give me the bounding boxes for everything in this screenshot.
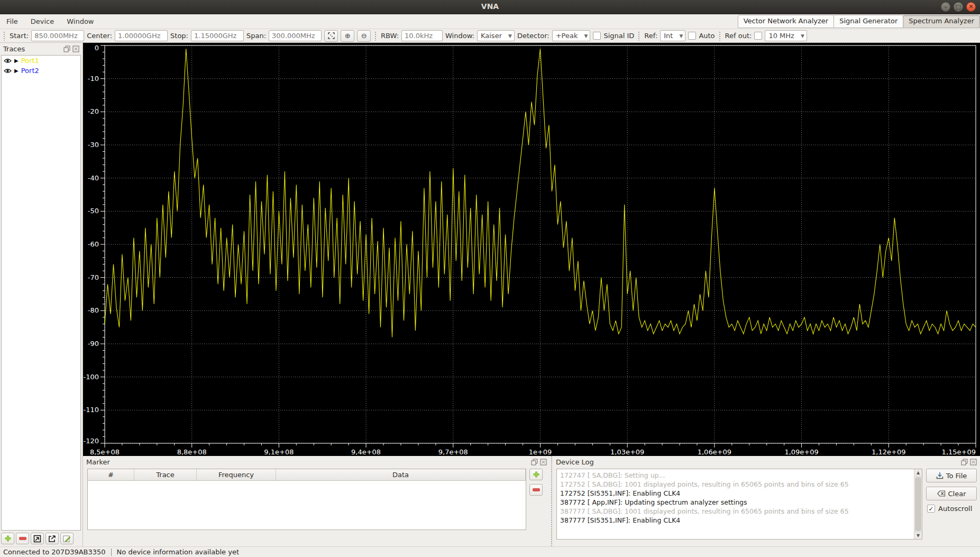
device-info-status: No device information available yet xyxy=(117,548,239,556)
close-panel-icon[interactable] xyxy=(540,459,547,465)
tab-vector-network-analyzer[interactable]: Vector Network Analyzer xyxy=(738,15,835,28)
add-trace-button[interactable] xyxy=(1,533,14,544)
title-bar: VNA – □ ✕ xyxy=(0,0,980,14)
eye-icon[interactable] xyxy=(4,68,12,74)
x-axis-tick-label: 1,12e+09 xyxy=(872,448,905,456)
log-entry: 172752 [SI5351,INF]: Enabling CLK4 xyxy=(560,489,912,498)
rbw-label: RBW: xyxy=(381,32,399,40)
window-label: Window: xyxy=(445,32,474,40)
minus-icon xyxy=(533,488,540,491)
log-clear-button[interactable]: Clear xyxy=(926,487,977,500)
x-axis-tick-label: 9,4e+08 xyxy=(351,448,381,456)
scrollbar-thumb[interactable] xyxy=(915,477,921,531)
ref-select-value: Int xyxy=(664,32,673,40)
detector-select[interactable]: +Peak ▼ xyxy=(552,30,591,41)
span-full-glyph xyxy=(328,32,335,39)
log-to-file-button[interactable]: To File xyxy=(926,469,977,482)
export-icon xyxy=(48,535,56,543)
window-select[interactable]: Kaiser ▼ xyxy=(477,30,515,41)
y-axis-tick-label: -10 xyxy=(88,75,99,83)
menu-item-window[interactable]: Window xyxy=(60,15,100,28)
traces-panel-title: Traces xyxy=(3,45,63,53)
close-panel-icon[interactable] xyxy=(72,45,79,52)
export-trace-button[interactable] xyxy=(45,533,59,544)
float-panel-icon[interactable] xyxy=(531,459,538,465)
edit-trace-button[interactable] xyxy=(60,533,74,544)
device-log-header[interactable]: Device Log xyxy=(553,456,980,468)
spectrum-plot[interactable]: 0-10-20-30-40-50-60-70-80-90-100-110-120… xyxy=(83,43,980,456)
device-log-title: Device Log xyxy=(556,458,961,466)
x-axis-tick-label: 8,8e+08 xyxy=(177,448,207,456)
pencil-icon xyxy=(63,535,71,543)
toolbar-drag-handle[interactable] xyxy=(638,31,640,41)
log-entry: 172747 [ SA,DBG]: Setting up... xyxy=(560,471,912,480)
import-trace-button[interactable] xyxy=(31,533,44,544)
zoom-out-icon[interactable]: ⊖ xyxy=(357,30,371,42)
remove-trace-button[interactable] xyxy=(16,533,29,544)
signal-id-checkbox[interactable] xyxy=(593,32,601,40)
ref-select[interactable]: Int ▼ xyxy=(660,30,685,41)
tab-signal-generator[interactable]: Signal Generator xyxy=(834,15,903,28)
plus-icon xyxy=(4,535,12,542)
marker-column-trace[interactable]: Trace xyxy=(134,469,197,480)
close-panel-icon[interactable] xyxy=(970,459,977,465)
y-axis-tick-label: -100 xyxy=(83,373,99,381)
marker-column-data[interactable]: Data xyxy=(276,469,526,480)
marker-column-frequency[interactable]: Frequency xyxy=(197,469,276,480)
y-axis-tick-label: -80 xyxy=(88,306,99,314)
ref-auto-checkbox[interactable] xyxy=(688,32,696,40)
status-bar: Connected to 207D39AB3350 No device info… xyxy=(0,546,980,557)
scroll-down-icon[interactable]: ▼ xyxy=(914,532,922,539)
ref-out-label: Ref out: xyxy=(725,32,752,40)
span-input[interactable]: 300.000MHz xyxy=(269,30,322,41)
float-panel-icon[interactable] xyxy=(961,459,968,465)
center-label: Center: xyxy=(87,32,112,40)
detector-select-value: +Peak xyxy=(556,32,578,40)
y-axis-tick-label: 0 xyxy=(95,44,99,52)
menu-item-device[interactable]: Device xyxy=(24,15,60,28)
add-marker-button[interactable] xyxy=(529,469,543,480)
minimize-icon[interactable]: – xyxy=(941,2,950,12)
marker-column-num[interactable]: # xyxy=(88,469,134,480)
eye-icon[interactable] xyxy=(4,58,12,63)
traces-panel-header[interactable]: Traces xyxy=(0,43,83,54)
close-icon[interactable]: ✕ xyxy=(966,2,976,12)
span-label: Span: xyxy=(246,32,266,40)
autoscroll-label: Autoscroll xyxy=(938,505,972,513)
y-axis-tick-label: -60 xyxy=(88,240,99,248)
tab-spectrum-analyzer[interactable]: Spectrum Analyzer xyxy=(903,15,980,28)
start-frequency-input[interactable]: 850.000MHz xyxy=(31,30,84,41)
zoom-in-icon[interactable]: ⊕ xyxy=(341,30,354,42)
traces-panel: Traces ▶Port1▶Port2 xyxy=(0,43,83,546)
x-axis-tick-label: 9,7e+08 xyxy=(438,448,468,456)
ref-out-freq-select[interactable]: 10 MHz ▼ xyxy=(765,30,807,41)
rbw-input[interactable]: 10.0kHz xyxy=(401,30,443,41)
marker-table[interactable]: #TraceFrequencyData xyxy=(87,469,526,530)
scroll-up-icon[interactable]: ▲ xyxy=(914,469,922,477)
menu-item-file[interactable]: File xyxy=(0,15,24,28)
float-panel-icon[interactable] xyxy=(63,45,70,52)
marker-panel-header[interactable]: Marker xyxy=(83,456,550,468)
stop-frequency-input[interactable]: 1.15000GHz xyxy=(191,30,244,41)
log-scrollbar[interactable]: ▲ ▼ xyxy=(914,469,922,539)
trace-item-port1[interactable]: ▶Port1 xyxy=(2,56,80,66)
autoscroll-checkbox[interactable]: ✓ xyxy=(927,505,935,513)
center-frequency-input[interactable]: 1.00000GHz xyxy=(115,30,168,41)
device-log-panel: Device Log 172747 [ SA,DBG]: Setting up.… xyxy=(553,456,980,546)
log-entry: 172752 [ SA,DBG]: 1001 displayed points,… xyxy=(560,480,912,489)
maximize-icon[interactable]: □ xyxy=(954,2,963,12)
device-log-list[interactable]: 172747 [ SA,DBG]: Setting up...172752 [ … xyxy=(556,469,922,540)
chevron-down-icon: ▼ xyxy=(584,33,588,39)
stop-label: Stop: xyxy=(170,32,188,40)
toolbar-drag-handle[interactable] xyxy=(719,31,721,41)
span-full-icon[interactable] xyxy=(324,30,338,42)
expander-triangle-icon[interactable]: ▶ xyxy=(14,58,19,63)
start-label: Start: xyxy=(10,32,29,40)
ref-out-checkbox[interactable] xyxy=(754,32,762,40)
remove-marker-button[interactable] xyxy=(529,484,543,496)
expander-triangle-icon[interactable]: ▶ xyxy=(14,68,19,74)
toolbar-drag-handle[interactable] xyxy=(374,31,377,41)
toolbar-drag-handle[interactable] xyxy=(3,31,6,41)
x-axis-tick-label: 1,09e+09 xyxy=(784,448,818,456)
trace-item-port2[interactable]: ▶Port2 xyxy=(2,66,80,76)
